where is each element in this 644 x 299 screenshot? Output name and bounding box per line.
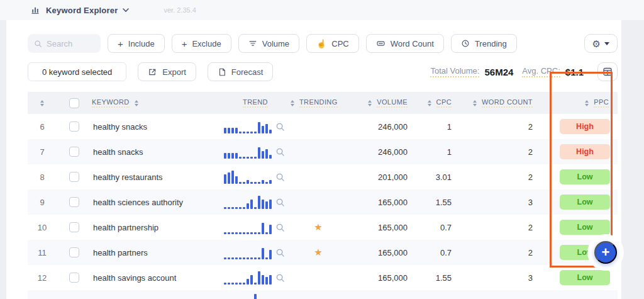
- row-checkbox[interactable]: [69, 147, 79, 157]
- ppc-badge[interactable]: Low: [560, 169, 610, 184]
- magnifier-icon[interactable]: [275, 248, 285, 257]
- row-index: 8: [40, 172, 44, 182]
- cpc-cell: 1.55: [436, 198, 457, 207]
- selected-count-button[interactable]: 0 keyword selected: [28, 62, 126, 81]
- row-checkbox[interactable]: [69, 121, 79, 132]
- total-volume-value: 56M24: [484, 67, 513, 77]
- cpc-column-header[interactable]: CPC: [413, 98, 457, 108]
- keyword-cell-text: health partners: [92, 248, 224, 257]
- row-checkbox[interactable]: [69, 247, 79, 257]
- topbar: Keyword Explorer ver. 2.35.4: [0, 0, 644, 20]
- include-filter-button[interactable]: + Include: [108, 34, 165, 53]
- trend-sparkline: [224, 245, 272, 259]
- sort-icon[interactable]: [585, 100, 589, 106]
- ppc-badge[interactable]: Low: [560, 220, 610, 235]
- filter-toolbar: + Include + Exclude Volume ☝ CPC Word Co…: [28, 33, 618, 54]
- trending-column-header[interactable]: TRENDING: [287, 98, 350, 108]
- word-count-filter-button[interactable]: Word Count: [366, 34, 444, 53]
- add-button[interactable]: +: [594, 241, 617, 264]
- index-sort-header[interactable]: [28, 100, 57, 106]
- magnifier-icon[interactable]: [275, 122, 285, 132]
- magnifier-icon[interactable]: [275, 273, 285, 283]
- table-row[interactable]: 7 health snacks ★ 246,000 1 2 High: [28, 139, 618, 164]
- keyword-cell-text: health sciences authority: [92, 198, 224, 207]
- trend-fragment: [224, 290, 287, 299]
- table-row[interactable]: 9 health sciences authority ★ 165,000 1.…: [28, 189, 618, 215]
- column-settings-button[interactable]: [597, 62, 618, 81]
- filter-lines-icon: [248, 39, 257, 48]
- row-checkbox[interactable]: [69, 197, 79, 207]
- ppc-badge[interactable]: High: [560, 144, 610, 159]
- chevron-down-icon[interactable]: [122, 8, 130, 13]
- table-row[interactable]: 12 health savings account ★ 165,000 1.55…: [28, 265, 618, 290]
- cpc-filter-button[interactable]: ☝ CPC: [306, 34, 359, 53]
- sort-icon[interactable]: [368, 100, 372, 106]
- volume-cell: 165,000: [378, 223, 413, 232]
- table-row[interactable]: 6 healthy snacks ★ 246,000 1 2 High: [28, 114, 618, 139]
- row-checkbox[interactable]: [69, 273, 79, 283]
- search-input[interactable]: [47, 39, 97, 48]
- magnifier-icon[interactable]: [275, 223, 285, 232]
- forecast-label: Forecast: [231, 67, 264, 77]
- trending-header-label: TRENDING: [299, 98, 338, 108]
- trend-sparkline: [224, 195, 272, 209]
- keyword-cell-text: health savings account: [92, 273, 224, 283]
- clock-icon: [461, 39, 470, 48]
- trend-cell: [224, 170, 287, 184]
- forecast-button[interactable]: Forecast: [208, 62, 274, 81]
- keyword-table: KEYWORD TREND TRENDING VOLUME CPC WORD C…: [28, 92, 618, 299]
- search-icon: [34, 40, 42, 48]
- sort-icon[interactable]: [291, 100, 294, 106]
- exclude-label: Exclude: [192, 39, 221, 48]
- sort-icon[interactable]: [473, 100, 477, 106]
- trending-filter-button[interactable]: Trending: [451, 34, 517, 53]
- exclude-filter-button[interactable]: + Exclude: [172, 34, 231, 53]
- ppc-column-header[interactable]: PPC: [538, 98, 618, 108]
- row-checkbox[interactable]: [69, 172, 79, 182]
- volume-filter-button[interactable]: Volume: [238, 34, 299, 53]
- select-all-header[interactable]: [57, 98, 92, 108]
- sort-icon[interactable]: [40, 100, 44, 106]
- trend-sparkline: [224, 170, 272, 184]
- tap-hand-icon: ☝: [316, 40, 326, 48]
- export-button[interactable]: Export: [138, 62, 196, 81]
- include-label: Include: [128, 39, 155, 48]
- settings-button[interactable]: ⚙: [584, 34, 618, 53]
- keyword-header-label: KEYWORD: [92, 98, 130, 108]
- row-index: 6: [40, 122, 44, 132]
- row-index: 12: [38, 273, 47, 283]
- trending-label: Trending: [475, 39, 507, 48]
- trending-star-icon: ★: [314, 222, 322, 233]
- sort-icon[interactable]: [135, 100, 138, 106]
- table-body: 6 healthy snacks ★ 246,000 1 2 High 7 he…: [28, 114, 618, 290]
- table-row[interactable]: 10 health partnership ★ 165,000 0.7 2 Lo…: [28, 215, 618, 240]
- sort-icon[interactable]: [428, 100, 431, 106]
- select-all-checkbox[interactable]: [69, 98, 79, 108]
- action-toolbar: 0 keyword selected Export Forecast Total…: [28, 62, 618, 81]
- magnifier-icon[interactable]: [275, 147, 285, 157]
- ppc-badge[interactable]: High: [560, 119, 610, 134]
- cpc-cell: 0.7: [440, 223, 457, 232]
- trending-star-icon: ★: [314, 247, 322, 258]
- ppc-cell: Low: [560, 270, 618, 285]
- ppc-cell: Low: [560, 169, 618, 184]
- table-columns-icon: [602, 67, 613, 77]
- plus-icon: +: [182, 39, 187, 48]
- gear-icon: ⚙: [592, 39, 601, 48]
- search-box[interactable]: [28, 34, 101, 53]
- avg-cpc-value: $1.1: [565, 67, 584, 77]
- table-row[interactable]: 11 health partners ★ 165,000 0.7 2 Low: [28, 240, 618, 265]
- ppc-badge[interactable]: Low: [560, 195, 610, 210]
- row-index: 9: [40, 198, 44, 207]
- volume-header-label: VOLUME: [377, 98, 408, 108]
- row-checkbox[interactable]: [69, 222, 79, 232]
- ppc-badge[interactable]: Low: [560, 270, 610, 285]
- magnifier-icon[interactable]: [275, 172, 285, 182]
- word-count-column-header[interactable]: WORD COUNT: [457, 98, 538, 108]
- keyword-column-header[interactable]: KEYWORD: [92, 98, 224, 108]
- volume-column-header[interactable]: VOLUME: [350, 98, 413, 108]
- magnifier-icon[interactable]: [275, 198, 285, 207]
- row-index: 7: [40, 147, 44, 157]
- cpc-cell: 1.55: [436, 273, 457, 283]
- table-row[interactable]: 8 healthy restaurants ★ 201,000 3.01 2 L…: [28, 164, 618, 189]
